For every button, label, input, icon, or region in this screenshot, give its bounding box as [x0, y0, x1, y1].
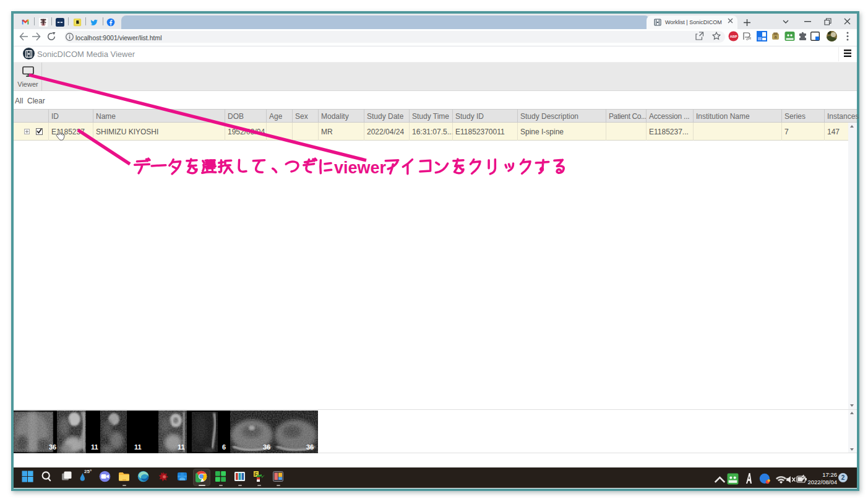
svg-text:ABP: ABP [730, 35, 737, 38]
svg-text:a: a [775, 35, 777, 39]
